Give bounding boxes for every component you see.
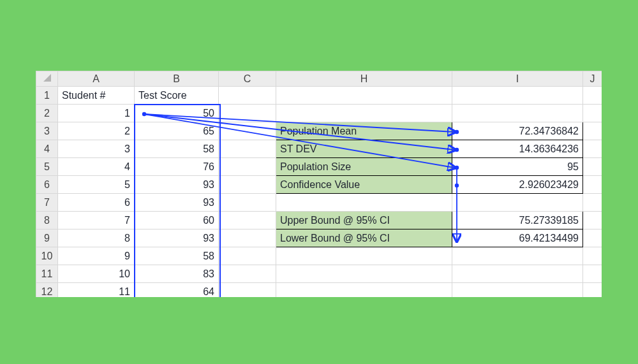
cell-B10-score[interactable]: 58 — [135, 247, 219, 265]
cell-C8[interactable] — [219, 212, 276, 229]
cell-H8-label-upper-bound[interactable]: Upper Bound @ 95% CI — [276, 212, 452, 229]
col-header-J[interactable]: J — [583, 71, 602, 87]
cell-I9-value-lower-bound[interactable]: 69.42134499 — [452, 229, 583, 247]
cell-I3-value-population-mean[interactable]: 72.34736842 — [452, 122, 583, 140]
cell-A6-student[interactable]: 5 — [58, 176, 135, 194]
col-header-H[interactable]: H — [276, 71, 452, 87]
cell-A2-student[interactable]: 1 — [58, 105, 135, 122]
cell-I2[interactable] — [452, 105, 583, 122]
cell-I10[interactable] — [452, 247, 583, 265]
cell-B12-score[interactable]: 64 — [135, 283, 219, 298]
cell-B1-header-score[interactable]: Test Score — [135, 87, 219, 105]
cell-I5-value-population-size[interactable]: 95 — [452, 158, 583, 176]
cell-C4[interactable] — [219, 140, 276, 158]
cell-H10[interactable] — [276, 247, 452, 265]
cell-I8-value-upper-bound[interactable]: 75.27339185 — [452, 212, 583, 229]
cell-J11[interactable] — [583, 265, 602, 283]
cell-C3[interactable] — [219, 122, 276, 140]
cell-C12[interactable] — [219, 283, 276, 298]
cell-H11[interactable] — [276, 265, 452, 283]
cell-C7[interactable] — [219, 194, 276, 212]
cell-A3-student[interactable]: 2 — [58, 122, 135, 140]
row-header[interactable]: 2 — [36, 105, 58, 122]
cell-A12-student[interactable]: 11 — [58, 283, 135, 298]
cell-J4[interactable] — [583, 140, 602, 158]
row-header[interactable]: 3 — [36, 122, 58, 140]
row-header[interactable]: 1 — [36, 87, 58, 105]
cell-A4-student[interactable]: 3 — [58, 140, 135, 158]
cell-C5[interactable] — [219, 158, 276, 176]
cell-J1[interactable] — [583, 87, 602, 105]
cell-J8[interactable] — [583, 212, 602, 229]
cell-C1[interactable] — [219, 87, 276, 105]
cell-H2[interactable] — [276, 105, 452, 122]
cell-I11[interactable] — [452, 265, 583, 283]
cell-B3-score[interactable]: 65 — [135, 122, 219, 140]
row-header[interactable]: 4 — [36, 140, 58, 158]
cell-I1[interactable] — [452, 87, 583, 105]
cell-J10[interactable] — [583, 247, 602, 265]
cell-A9-student[interactable]: 8 — [58, 229, 135, 247]
cell-J12[interactable] — [583, 283, 602, 298]
cell-H1[interactable] — [276, 87, 452, 105]
cell-J9[interactable] — [583, 229, 602, 247]
grid[interactable]: A B C H I J 1 Student # Test Score — [36, 71, 602, 297]
cell-B5-score[interactable]: 76 — [135, 158, 219, 176]
cell-I12[interactable] — [452, 283, 583, 298]
cell-J3[interactable] — [583, 122, 602, 140]
cell-B9-score[interactable]: 93 — [135, 229, 219, 247]
cell-H12[interactable] — [276, 283, 452, 298]
cell-B2-score[interactable]: 50 — [135, 105, 219, 122]
cell-B6-score[interactable]: 93 — [135, 176, 219, 194]
cell-A11-student[interactable]: 10 — [58, 265, 135, 283]
cell-J7[interactable] — [583, 194, 602, 212]
cell-A5-student[interactable]: 4 — [58, 158, 135, 176]
cell-H3-label-population-mean[interactable]: Population Mean — [276, 122, 452, 140]
select-all-corner[interactable] — [36, 71, 58, 87]
cell-C2[interactable] — [219, 105, 276, 122]
cell-B8-score[interactable]: 60 — [135, 212, 219, 229]
row-header[interactable]: 8 — [36, 212, 58, 229]
stage: A B C H I J 1 Student # Test Score — [0, 0, 638, 364]
row-header[interactable]: 9 — [36, 229, 58, 247]
cell-H9-label-lower-bound[interactable]: Lower Bound @ 95% CI — [276, 229, 452, 247]
cell-B11-score[interactable]: 83 — [135, 265, 219, 283]
cell-I7[interactable] — [452, 194, 583, 212]
col-header-B[interactable]: B — [135, 71, 219, 87]
cell-A7-student[interactable]: 6 — [58, 194, 135, 212]
row-header[interactable]: 6 — [36, 176, 58, 194]
col-header-I[interactable]: I — [452, 71, 583, 87]
cell-C11[interactable] — [219, 265, 276, 283]
cell-A8-student[interactable]: 7 — [58, 212, 135, 229]
row-header[interactable]: 7 — [36, 194, 58, 212]
cell-H6-label-confidence-value[interactable]: Confidence Value — [276, 176, 452, 194]
cell-I6-value-confidence-value[interactable]: 2.926023429 — [452, 176, 583, 194]
cell-C9[interactable] — [219, 229, 276, 247]
cell-J6[interactable] — [583, 176, 602, 194]
cell-J2[interactable] — [583, 105, 602, 122]
cell-A10-student[interactable]: 9 — [58, 247, 135, 265]
col-header-A[interactable]: A — [58, 71, 135, 87]
cell-H5-label-population-size[interactable]: Population Size — [276, 158, 452, 176]
cell-A1-header-student[interactable]: Student # — [58, 87, 135, 105]
cell-C6[interactable] — [219, 176, 276, 194]
cell-J5[interactable] — [583, 158, 602, 176]
row-header[interactable]: 12 — [36, 283, 58, 298]
cell-C10[interactable] — [219, 247, 276, 265]
cell-I4-value-stdev[interactable]: 14.36364236 — [452, 140, 583, 158]
row-header[interactable]: 10 — [36, 247, 58, 265]
spreadsheet[interactable]: A B C H I J 1 Student # Test Score — [36, 71, 602, 297]
row-header[interactable]: 5 — [36, 158, 58, 176]
cell-H4-label-stdev[interactable]: ST DEV — [276, 140, 452, 158]
row-header[interactable]: 11 — [36, 265, 58, 283]
col-header-C[interactable]: C — [219, 71, 276, 87]
cell-H7[interactable] — [276, 194, 452, 212]
cell-B4-score[interactable]: 58 — [135, 140, 219, 158]
cell-B7-score[interactable]: 93 — [135, 194, 219, 212]
